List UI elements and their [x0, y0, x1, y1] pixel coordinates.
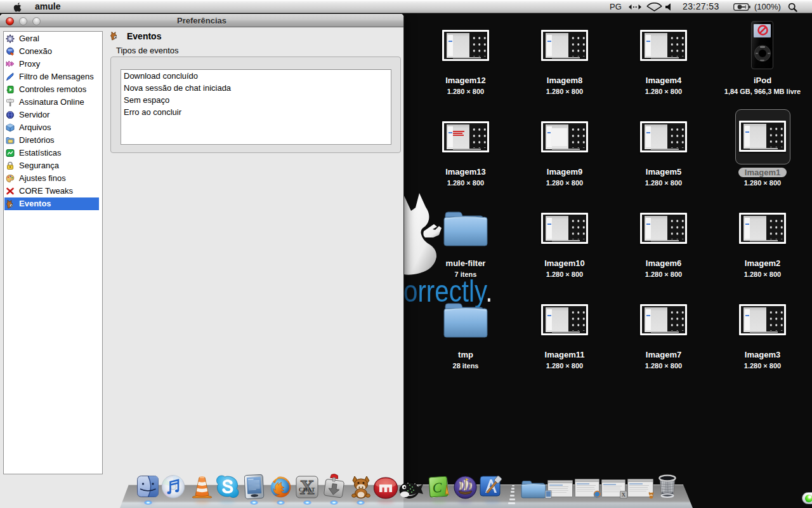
svg-text:X: X [622, 491, 626, 498]
svg-text:CHAT: CHAT [299, 486, 315, 493]
svg-text:C: C [432, 479, 443, 496]
